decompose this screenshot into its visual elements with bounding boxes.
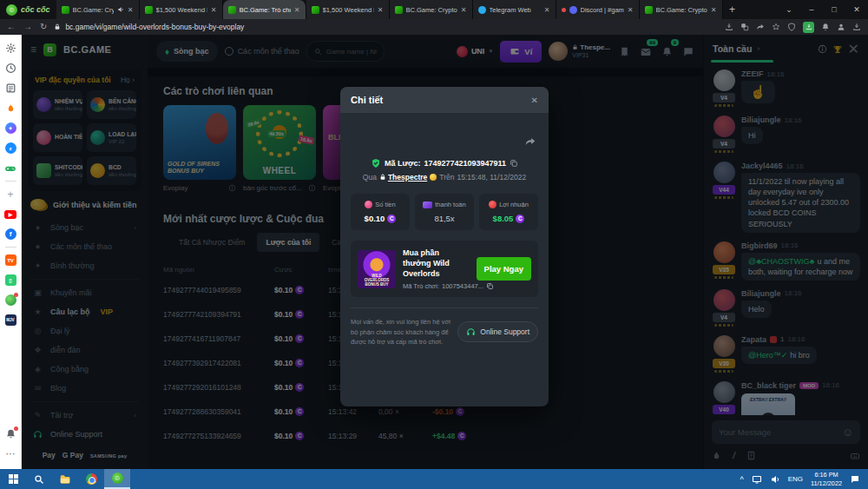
modal-close-icon[interactable]: ✕ — [531, 96, 538, 105]
profile-icon[interactable] — [837, 23, 845, 31]
taskbar-search-icon[interactable] — [26, 469, 52, 489]
tab-discord[interactable]: Discord | #gam✕ — [556, 0, 640, 19]
network-icon[interactable] — [752, 472, 762, 487]
tab-bcgame-2[interactable]: BC.Game: Crypto Ca✕ — [390, 0, 473, 19]
hot-trends-icon[interactable] — [0, 98, 22, 118]
notifications-bell-icon[interactable] — [821, 23, 830, 31]
coccoc-taskbar-icon[interactable]: ☺ — [104, 469, 130, 489]
tab-close-icon[interactable]: ✕ — [378, 6, 384, 14]
tab-close-icon[interactable]: ✕ — [628, 6, 634, 14]
strip-more-icon[interactable]: ⋯ — [0, 444, 22, 464]
address-bar: ← → ↻ bc.game/vi/game/wild-overlords-bon… — [0, 19, 868, 35]
coin-icon — [387, 215, 396, 223]
copy-icon[interactable] — [510, 159, 518, 168]
divider — [5, 181, 16, 182]
store-app-icon[interactable]: ▯ — [0, 270, 22, 290]
bet-id-value: 1749277421093947911 — [424, 159, 506, 168]
tray-expand-icon[interactable]: ^ — [740, 475, 743, 484]
notification-dot-icon — [562, 8, 566, 12]
share-icon[interactable] — [756, 23, 765, 31]
new-tab-button[interactable]: + — [723, 0, 742, 19]
tab-close-icon[interactable]: ✕ — [128, 6, 134, 14]
play-now-button[interactable]: Play Ngay — [477, 257, 531, 281]
game-info-box: WILD OVERLORDS BONUS BUY Mua phần thưởng… — [351, 241, 538, 297]
tab-close-icon[interactable]: ✕ — [544, 6, 550, 14]
youtube-icon[interactable]: ▶ — [0, 204, 22, 224]
telegram-favicon — [478, 6, 486, 14]
online-support-button[interactable]: Online Support — [457, 321, 538, 342]
tv360-icon[interactable]: TV — [0, 250, 22, 270]
bcgame-favicon — [645, 6, 653, 14]
divider — [5, 247, 16, 248]
tab-close-icon[interactable]: ✕ — [461, 6, 467, 14]
bookmark-star-icon[interactable] — [772, 23, 780, 31]
payout-icon — [423, 202, 432, 208]
browser-update-icon[interactable] — [803, 22, 814, 33]
settings-gear-icon[interactable] — [0, 38, 22, 58]
lock-icon — [379, 174, 386, 181]
mjv-app-icon[interactable]: MJV — [0, 310, 22, 330]
tab-bcgame-active[interactable]: BC.Game: Trò chơi s✕ — [223, 0, 306, 19]
downloads-tray-icon[interactable] — [852, 23, 861, 31]
back-icon[interactable]: ← — [7, 23, 16, 31]
file-explorer-icon[interactable] — [52, 469, 78, 489]
bcgame-favicon — [395, 6, 403, 14]
share-bet-icon[interactable] — [524, 135, 536, 148]
zalo-icon[interactable]: z — [0, 138, 22, 158]
minimize-button[interactable]: – — [800, 0, 823, 19]
bcgame-app: ≡ B BC.GAME VIP đặc quyền của tôi Họ › N… — [22, 35, 868, 469]
clock[interactable]: 6:16 PM 11/12/2022 — [811, 471, 842, 487]
bet-details-modal: Chi tiết ✕ Mã Lược: 1749277421093947911 … — [340, 87, 549, 406]
headset-icon — [466, 327, 476, 337]
url-text[interactable]: bc.game/vi/game/wild-overlords-bonus-buy… — [65, 23, 244, 31]
newsfeed-icon[interactable] — [0, 78, 22, 98]
bcgame-favicon — [228, 6, 236, 14]
tab-audio-icon[interactable] — [117, 6, 124, 13]
stat-payout: thanh toán 81,5x — [415, 194, 474, 230]
language-indicator[interactable]: ENG — [788, 475, 803, 483]
modal-title: Chi tiết — [351, 95, 383, 105]
tab-close-icon[interactable]: ✕ — [294, 6, 300, 14]
reload-icon[interactable]: ↻ — [40, 23, 47, 31]
tab-bcgame-3[interactable]: BC.Game: Crypto Ca✕ — [640, 0, 723, 19]
close-window-button[interactable]: ✕ — [845, 0, 868, 19]
amount-icon — [365, 201, 372, 208]
tab-close-icon[interactable]: ✕ — [711, 6, 717, 14]
adblock-shield-icon[interactable] — [787, 23, 796, 31]
add-shortcut-icon[interactable]: + — [0, 184, 22, 204]
start-button[interactable] — [0, 469, 26, 489]
messenger-icon[interactable]: ✦ — [0, 118, 22, 138]
stat-amount: Số tiền $0.10 — [351, 194, 410, 230]
copy-icon[interactable] — [486, 282, 494, 290]
volume-icon[interactable] — [770, 472, 780, 487]
bet-user-link[interactable]: Thespectre — [379, 173, 427, 182]
translate-icon[interactable] — [740, 23, 749, 31]
tab-close-icon[interactable]: ✕ — [211, 6, 217, 14]
notification-center-icon[interactable] — [850, 472, 860, 487]
coin-icon — [516, 215, 524, 223]
coccoc-brand-label: cốc cốc — [21, 5, 50, 14]
verified-shield-icon — [371, 158, 381, 169]
facebook-icon[interactable]: f — [0, 224, 22, 244]
tab-telegram[interactable]: Telegram Web✕ — [473, 0, 556, 19]
system-tray: ^ ENG 6:16 PM 11/12/2022 — [740, 469, 868, 489]
tab-search-icon[interactable]: ⌄ — [778, 0, 800, 19]
bird-app-icon[interactable] — [0, 290, 22, 310]
bcgame-favicon — [145, 6, 153, 14]
game-thumbnail[interactable]: WILD OVERLORDS BONUS BUY — [358, 250, 396, 288]
strip-bell-icon[interactable] — [0, 424, 22, 444]
games-icon[interactable] — [0, 158, 22, 178]
tab-bcgame-1[interactable]: BC.Game: Crypto Ca✕ — [56, 0, 140, 19]
history-icon[interactable] — [0, 58, 22, 78]
forward-icon[interactable]: → — [23, 23, 32, 31]
stat-profit: Lợi nhuận $8.05 — [479, 194, 538, 230]
url-field[interactable]: bc.game/vi/game/wild-overlords-bonus-buy… — [54, 23, 718, 31]
tab-weekend-2[interactable]: $1,500 Weekend Ev✕ — [306, 0, 390, 19]
coccoc-brand[interactable]: ☺ cốc cốc — [0, 0, 56, 19]
save-page-icon[interactable] — [725, 23, 733, 31]
tab-weekend-1[interactable]: $1,500 Weekend Ev✕ — [140, 0, 223, 19]
modal-header: Chi tiết ✕ — [340, 87, 549, 113]
moneybag-icon — [430, 174, 437, 181]
chrome-icon[interactable] — [78, 469, 104, 489]
modal-footer: Mọi vấn đề, xin vui lòng liên hệ với bộ … — [351, 307, 538, 347]
